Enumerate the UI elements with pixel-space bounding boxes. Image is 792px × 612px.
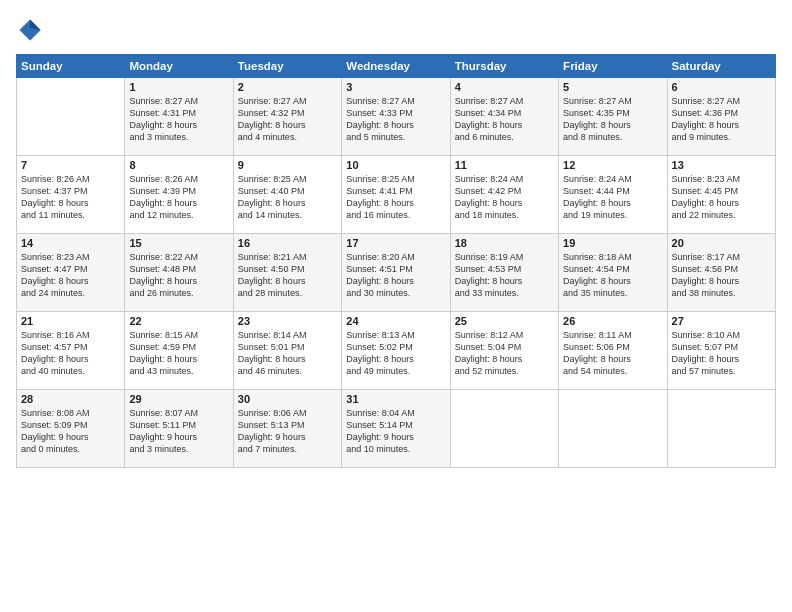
day-number: 5 [563,81,662,93]
day-number: 17 [346,237,445,249]
calendar-table: SundayMondayTuesdayWednesdayThursdayFrid… [16,54,776,468]
day-info: Sunrise: 8:06 AMSunset: 5:13 PMDaylight:… [238,407,337,456]
calendar-cell: 6Sunrise: 8:27 AMSunset: 4:36 PMDaylight… [667,78,775,156]
day-number: 26 [563,315,662,327]
day-number: 20 [672,237,771,249]
page: SundayMondayTuesdayWednesdayThursdayFrid… [0,0,792,612]
day-number: 12 [563,159,662,171]
header [16,16,776,44]
svg-marker-2 [30,28,41,40]
col-header-thursday: Thursday [450,55,558,78]
calendar-cell: 5Sunrise: 8:27 AMSunset: 4:35 PMDaylight… [559,78,667,156]
calendar-cell: 30Sunrise: 8:06 AMSunset: 5:13 PMDayligh… [233,390,341,468]
day-info: Sunrise: 8:21 AMSunset: 4:50 PMDaylight:… [238,251,337,300]
col-header-tuesday: Tuesday [233,55,341,78]
col-header-friday: Friday [559,55,667,78]
day-info: Sunrise: 8:27 AMSunset: 4:35 PMDaylight:… [563,95,662,144]
calendar-cell: 27Sunrise: 8:10 AMSunset: 5:07 PMDayligh… [667,312,775,390]
day-number: 13 [672,159,771,171]
day-info: Sunrise: 8:04 AMSunset: 5:14 PMDaylight:… [346,407,445,456]
calendar-cell: 15Sunrise: 8:22 AMSunset: 4:48 PMDayligh… [125,234,233,312]
day-info: Sunrise: 8:23 AMSunset: 4:47 PMDaylight:… [21,251,120,300]
calendar-cell [17,78,125,156]
day-number: 16 [238,237,337,249]
day-number: 14 [21,237,120,249]
calendar-cell: 26Sunrise: 8:11 AMSunset: 5:06 PMDayligh… [559,312,667,390]
day-info: Sunrise: 8:25 AMSunset: 4:41 PMDaylight:… [346,173,445,222]
day-info: Sunrise: 8:17 AMSunset: 4:56 PMDaylight:… [672,251,771,300]
day-number: 28 [21,393,120,405]
calendar-cell [559,390,667,468]
calendar-cell: 23Sunrise: 8:14 AMSunset: 5:01 PMDayligh… [233,312,341,390]
calendar-cell: 2Sunrise: 8:27 AMSunset: 4:32 PMDaylight… [233,78,341,156]
day-info: Sunrise: 8:24 AMSunset: 4:44 PMDaylight:… [563,173,662,222]
day-number: 25 [455,315,554,327]
calendar-cell [450,390,558,468]
day-number: 22 [129,315,228,327]
day-number: 29 [129,393,228,405]
day-info: Sunrise: 8:26 AMSunset: 4:39 PMDaylight:… [129,173,228,222]
day-number: 1 [129,81,228,93]
day-number: 27 [672,315,771,327]
calendar-cell: 7Sunrise: 8:26 AMSunset: 4:37 PMDaylight… [17,156,125,234]
calendar-cell: 25Sunrise: 8:12 AMSunset: 5:04 PMDayligh… [450,312,558,390]
day-info: Sunrise: 8:27 AMSunset: 4:36 PMDaylight:… [672,95,771,144]
day-number: 18 [455,237,554,249]
day-number: 30 [238,393,337,405]
calendar-cell: 1Sunrise: 8:27 AMSunset: 4:31 PMDaylight… [125,78,233,156]
day-number: 6 [672,81,771,93]
day-info: Sunrise: 8:26 AMSunset: 4:37 PMDaylight:… [21,173,120,222]
day-info: Sunrise: 8:27 AMSunset: 4:34 PMDaylight:… [455,95,554,144]
calendar-cell: 4Sunrise: 8:27 AMSunset: 4:34 PMDaylight… [450,78,558,156]
day-info: Sunrise: 8:19 AMSunset: 4:53 PMDaylight:… [455,251,554,300]
calendar-cell: 28Sunrise: 8:08 AMSunset: 5:09 PMDayligh… [17,390,125,468]
day-info: Sunrise: 8:16 AMSunset: 4:57 PMDaylight:… [21,329,120,378]
day-info: Sunrise: 8:12 AMSunset: 5:04 PMDaylight:… [455,329,554,378]
calendar-cell: 20Sunrise: 8:17 AMSunset: 4:56 PMDayligh… [667,234,775,312]
day-info: Sunrise: 8:08 AMSunset: 5:09 PMDaylight:… [21,407,120,456]
calendar-cell: 31Sunrise: 8:04 AMSunset: 5:14 PMDayligh… [342,390,450,468]
day-info: Sunrise: 8:27 AMSunset: 4:33 PMDaylight:… [346,95,445,144]
day-info: Sunrise: 8:27 AMSunset: 4:31 PMDaylight:… [129,95,228,144]
day-info: Sunrise: 8:11 AMSunset: 5:06 PMDaylight:… [563,329,662,378]
day-info: Sunrise: 8:10 AMSunset: 5:07 PMDaylight:… [672,329,771,378]
day-number: 2 [238,81,337,93]
day-info: Sunrise: 8:27 AMSunset: 4:32 PMDaylight:… [238,95,337,144]
calendar-cell: 17Sunrise: 8:20 AMSunset: 4:51 PMDayligh… [342,234,450,312]
day-info: Sunrise: 8:15 AMSunset: 4:59 PMDaylight:… [129,329,228,378]
day-info: Sunrise: 8:24 AMSunset: 4:42 PMDaylight:… [455,173,554,222]
calendar-cell [667,390,775,468]
day-number: 10 [346,159,445,171]
day-number: 8 [129,159,228,171]
day-info: Sunrise: 8:13 AMSunset: 5:02 PMDaylight:… [346,329,445,378]
calendar-row: 28Sunrise: 8:08 AMSunset: 5:09 PMDayligh… [17,390,776,468]
day-number: 3 [346,81,445,93]
calendar-cell: 3Sunrise: 8:27 AMSunset: 4:33 PMDaylight… [342,78,450,156]
day-number: 4 [455,81,554,93]
calendar-cell: 11Sunrise: 8:24 AMSunset: 4:42 PMDayligh… [450,156,558,234]
calendar-row: 7Sunrise: 8:26 AMSunset: 4:37 PMDaylight… [17,156,776,234]
calendar-cell: 29Sunrise: 8:07 AMSunset: 5:11 PMDayligh… [125,390,233,468]
calendar-row: 21Sunrise: 8:16 AMSunset: 4:57 PMDayligh… [17,312,776,390]
calendar-cell: 13Sunrise: 8:23 AMSunset: 4:45 PMDayligh… [667,156,775,234]
col-header-wednesday: Wednesday [342,55,450,78]
col-header-monday: Monday [125,55,233,78]
day-info: Sunrise: 8:14 AMSunset: 5:01 PMDaylight:… [238,329,337,378]
day-info: Sunrise: 8:20 AMSunset: 4:51 PMDaylight:… [346,251,445,300]
calendar-cell: 21Sunrise: 8:16 AMSunset: 4:57 PMDayligh… [17,312,125,390]
day-info: Sunrise: 8:25 AMSunset: 4:40 PMDaylight:… [238,173,337,222]
calendar-cell: 22Sunrise: 8:15 AMSunset: 4:59 PMDayligh… [125,312,233,390]
day-info: Sunrise: 8:07 AMSunset: 5:11 PMDaylight:… [129,407,228,456]
day-info: Sunrise: 8:22 AMSunset: 4:48 PMDaylight:… [129,251,228,300]
day-info: Sunrise: 8:23 AMSunset: 4:45 PMDaylight:… [672,173,771,222]
calendar-cell: 14Sunrise: 8:23 AMSunset: 4:47 PMDayligh… [17,234,125,312]
day-info: Sunrise: 8:18 AMSunset: 4:54 PMDaylight:… [563,251,662,300]
day-number: 21 [21,315,120,327]
calendar-cell: 24Sunrise: 8:13 AMSunset: 5:02 PMDayligh… [342,312,450,390]
col-header-sunday: Sunday [17,55,125,78]
calendar-row: 1Sunrise: 8:27 AMSunset: 4:31 PMDaylight… [17,78,776,156]
col-header-saturday: Saturday [667,55,775,78]
day-number: 7 [21,159,120,171]
day-number: 11 [455,159,554,171]
calendar-cell: 8Sunrise: 8:26 AMSunset: 4:39 PMDaylight… [125,156,233,234]
